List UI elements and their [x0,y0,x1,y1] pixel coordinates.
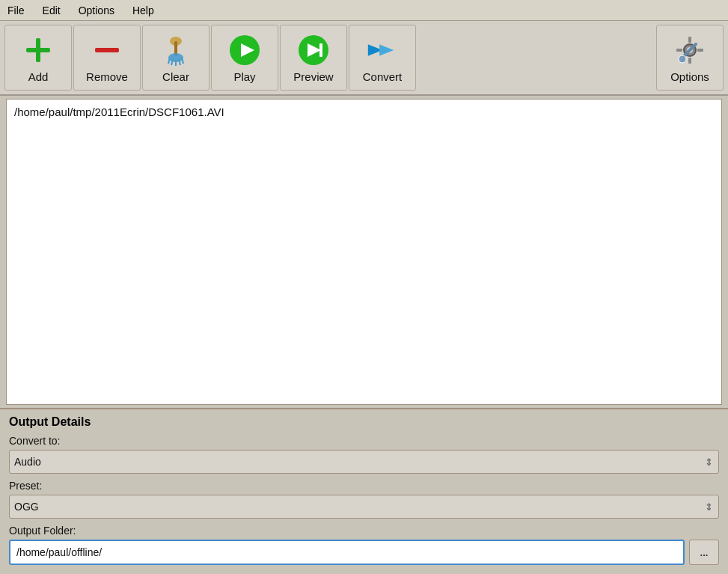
clear-button[interactable]: Clear [142,25,209,91]
preset-select[interactable]: OGG MP3 FLAC AAC [9,495,719,519]
options-button[interactable]: Options [656,25,724,91]
convert-button[interactable]: Convert [349,25,416,91]
output-details: Output Details Convert to: Audio Video P… [0,408,728,574]
main-content: /home/paul/tmp/2011Ecrin/DSCF1061.AVI Ou… [0,96,728,574]
svg-rect-20 [688,37,691,43]
options-icon [673,33,707,67]
menu-options[interactable]: Options [74,3,119,18]
file-list-item[interactable]: /home/paul/tmp/2011Ecrin/DSCF1061.AVI [14,106,714,118]
convert-to-select[interactable]: Audio Video [9,450,719,474]
svg-rect-21 [688,58,691,64]
toolbar: Add Remove Clear [0,21,728,96]
remove-label: Remove [86,70,128,83]
add-button[interactable]: Add [4,25,72,91]
svg-rect-2 [95,48,119,52]
preview-icon [296,33,331,67]
options-label: Options [670,70,709,83]
output-folder-row: ... [9,540,719,565]
svg-rect-23 [697,49,703,52]
convert-icon [365,33,400,67]
clear-label: Clear [162,70,189,83]
menu-edit[interactable]: Edit [38,3,65,18]
remove-icon [90,33,124,67]
svg-rect-1 [26,48,50,52]
menu-file[interactable]: File [3,3,29,18]
add-label: Add [28,70,49,83]
play-label: Play [233,70,255,83]
play-button[interactable]: Play [211,25,278,91]
output-folder-label: Output Folder: [9,525,719,537]
menu-help[interactable]: Help [128,3,159,18]
preset-wrapper: OGG MP3 FLAC AAC [9,495,719,519]
file-list-wrapper: /home/paul/tmp/2011Ecrin/DSCF1061.AVI [3,96,725,408]
output-folder-input[interactable] [9,540,685,565]
svg-marker-17 [379,44,394,55]
menubar: File Edit Options Help [0,0,728,21]
svg-rect-22 [676,49,682,52]
preset-label: Preset: [9,480,719,492]
convert-to-wrapper: Audio Video [9,450,719,474]
browse-button[interactable]: ... [689,540,719,565]
output-details-title: Output Details [9,415,719,429]
add-icon [21,33,55,67]
convert-label: Convert [363,70,403,83]
svg-rect-15 [319,43,322,57]
preview-button[interactable]: Preview [280,25,347,91]
clear-icon [159,33,193,67]
preview-label: Preview [293,70,333,83]
convert-to-label: Convert to: [9,435,719,447]
file-list: /home/paul/tmp/2011Ecrin/DSCF1061.AVI [6,99,722,405]
play-icon [227,33,262,67]
remove-button[interactable]: Remove [73,25,141,91]
svg-point-25 [679,55,686,63]
